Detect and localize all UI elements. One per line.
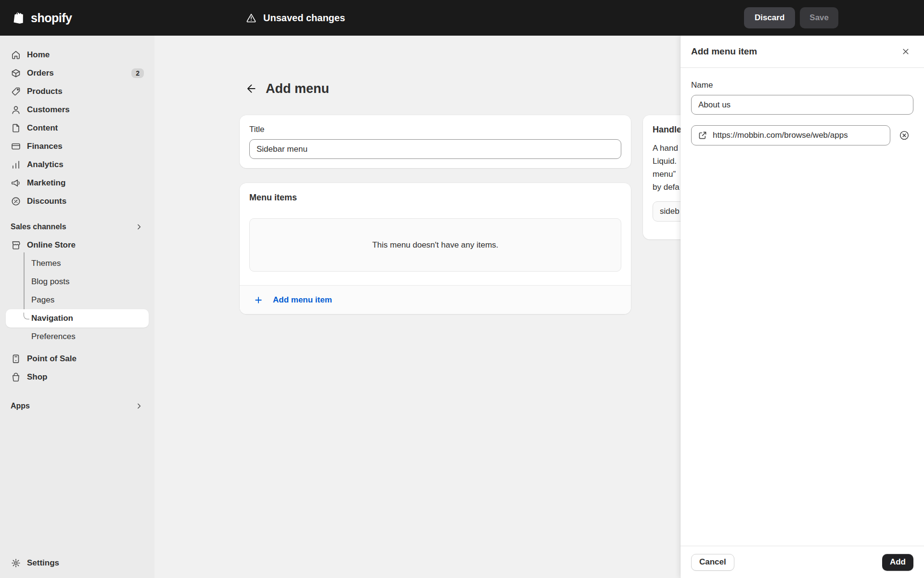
- sales-channels-label: Sales channels: [11, 223, 66, 231]
- save-button[interactable]: Save: [800, 7, 838, 28]
- apps-header[interactable]: Apps: [6, 397, 149, 415]
- orders-count-badge: 2: [131, 68, 144, 78]
- sales-channels-header[interactable]: Sales channels: [6, 218, 149, 236]
- gear-icon: [11, 558, 21, 568]
- circle-x-icon: [898, 130, 910, 141]
- sidebar-item-products[interactable]: Products: [6, 82, 149, 101]
- sidebar-item-discounts[interactable]: Discounts: [6, 192, 149, 210]
- topbar: shopify Unsaved changes Discard Save: [0, 0, 924, 36]
- chevron-right-icon: [134, 222, 144, 232]
- sidebar-item-label: Finances: [27, 142, 144, 151]
- sidebar-item-online-store[interactable]: Online Store: [6, 236, 149, 254]
- panel-header: Add menu item: [680, 36, 924, 68]
- online-store-subtree: Themes Blog posts Pages Navigation Prefe…: [6, 254, 149, 346]
- panel-footer: Cancel Add: [680, 546, 924, 578]
- analytics-icon: [11, 159, 21, 170]
- sidebar-item-label: Content: [27, 123, 144, 133]
- add-menu-item-label: Add menu item: [273, 295, 332, 305]
- back-button[interactable]: [244, 81, 258, 96]
- sidebar-item-preferences[interactable]: Preferences: [6, 328, 149, 346]
- chevron-right-icon: [134, 401, 144, 411]
- sidebar-item-label: Online Store: [27, 240, 144, 250]
- back-arrow-icon: [245, 82, 257, 95]
- pos-terminal-icon: [11, 354, 21, 364]
- external-link-icon: [697, 130, 708, 141]
- sub-item-label: Blog posts: [31, 277, 69, 287]
- shopify-bag-icon: [12, 10, 27, 26]
- item-name-input[interactable]: [691, 95, 913, 115]
- sidebar-item-label: Home: [27, 50, 144, 60]
- sidebar-item-label: Orders: [27, 68, 126, 78]
- cancel-button[interactable]: Cancel: [691, 554, 734, 571]
- clear-link-button[interactable]: [898, 129, 911, 142]
- warning-icon: [246, 13, 257, 23]
- menu-items-title: Menu items: [249, 193, 621, 203]
- unsaved-changes-text: Unsaved changes: [263, 13, 345, 24]
- apps-label: Apps: [11, 402, 30, 410]
- sidebar-item-settings[interactable]: Settings: [6, 554, 149, 572]
- sub-item-label: Navigation: [31, 314, 73, 323]
- close-panel-button[interactable]: [898, 44, 913, 59]
- sidebar-item-point-of-sale[interactable]: Point of Sale: [6, 350, 149, 368]
- name-field-label: Name: [691, 80, 913, 90]
- sub-item-label: Pages: [31, 295, 54, 305]
- link-input-wrap: [691, 125, 890, 145]
- title-card: Title: [240, 115, 631, 168]
- sidebar-item-analytics[interactable]: Analytics: [6, 156, 149, 174]
- sidebar-item-orders[interactable]: Orders 2: [6, 64, 149, 82]
- discard-button[interactable]: Discard: [744, 7, 795, 28]
- sidebar-item-navigation[interactable]: Navigation: [6, 309, 149, 328]
- empty-state-text: This menu doesn't have any items.: [372, 240, 498, 250]
- add-button[interactable]: Add: [882, 554, 913, 571]
- discounts-icon: [11, 196, 21, 207]
- item-link-input[interactable]: [713, 131, 884, 140]
- plus-icon: [254, 295, 263, 305]
- sidebar-item-label: Analytics: [27, 160, 144, 170]
- tree-branch-icon: [24, 313, 29, 319]
- sidebar-item-marketing[interactable]: Marketing: [6, 174, 149, 192]
- link-row: [691, 125, 913, 145]
- sidebar-item-label: Marketing: [27, 178, 144, 188]
- sidebar-item-label: Discounts: [27, 197, 144, 206]
- sidebar-item-finances[interactable]: Finances: [6, 137, 149, 156]
- menu-items-card: Menu items This menu doesn't have any it…: [240, 183, 631, 314]
- title-field-label: Title: [249, 125, 621, 134]
- shopify-logo: shopify: [12, 0, 72, 36]
- sidebar-item-label: Point of Sale: [27, 354, 144, 364]
- sidebar-item-content[interactable]: Content: [6, 119, 149, 137]
- orders-icon: [11, 68, 21, 79]
- add-menu-item-button[interactable]: Add menu item: [240, 285, 631, 314]
- add-menu-item-panel: Add menu item Name Cancel Add: [680, 36, 924, 578]
- finances-icon: [11, 141, 21, 152]
- products-icon: [11, 86, 21, 97]
- page-title: Add menu: [266, 81, 329, 96]
- panel-title: Add menu item: [691, 46, 757, 57]
- menu-title-input[interactable]: [249, 139, 621, 159]
- shopify-wordmark: shopify: [31, 11, 72, 25]
- home-icon: [11, 50, 21, 60]
- topbar-actions: Discard Save: [744, 7, 838, 28]
- shop-bag-icon: [11, 372, 21, 382]
- sub-item-label: Preferences: [31, 332, 76, 342]
- sidebar-item-shop[interactable]: Shop: [6, 368, 149, 386]
- storefront-icon: [11, 240, 21, 250]
- sidebar-item-themes[interactable]: Themes: [6, 254, 149, 273]
- close-icon: [901, 47, 911, 56]
- page-header: Add menu: [244, 77, 329, 100]
- menu-items-empty-state: This menu doesn't have any items.: [249, 218, 621, 272]
- sidebar-item-label: Products: [27, 87, 144, 96]
- customers-icon: [11, 105, 21, 115]
- panel-body: Name: [680, 68, 924, 158]
- sidebar-item-label: Customers: [27, 105, 144, 115]
- content-icon: [11, 123, 21, 133]
- sidebar-item-pages[interactable]: Pages: [6, 291, 149, 309]
- sidebar-item-blog-posts[interactable]: Blog posts: [6, 273, 149, 291]
- sidebar-item-customers[interactable]: Customers: [6, 101, 149, 119]
- sidebar-item-label: Settings: [27, 558, 144, 568]
- sidebar-item-home[interactable]: Home: [6, 46, 149, 64]
- sidebar-item-label: Shop: [27, 372, 144, 382]
- sidebar: Home Orders 2 Products Customers Content…: [0, 36, 154, 578]
- unsaved-changes-status: Unsaved changes: [246, 0, 345, 36]
- marketing-icon: [11, 178, 21, 188]
- sub-item-label: Themes: [31, 259, 61, 268]
